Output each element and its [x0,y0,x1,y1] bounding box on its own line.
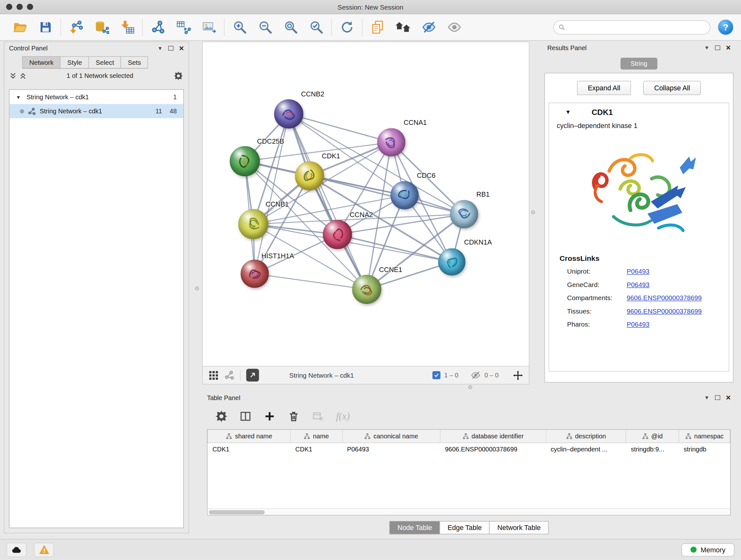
panel-close-icon[interactable]: × [726,44,731,52]
panel-close-icon[interactable]: × [726,394,731,401]
splitter-handle-bottom[interactable] [468,385,472,389]
apply-layout-button[interactable] [335,17,358,38]
window-close-button[interactable] [6,4,12,10]
table-cell[interactable]: cyclin–dependent ... [546,442,626,455]
zoom-in-button[interactable] [228,17,251,38]
column-header--id[interactable]: @id [626,430,679,442]
table-cell[interactable]: stringdb:9... [626,442,679,455]
save-session-button[interactable] [34,17,57,38]
panel-float-icon[interactable] [168,46,173,51]
splitter-handle-right[interactable] [531,210,535,214]
help-button[interactable]: ? [718,19,733,35]
column-header-description[interactable]: description [546,430,626,442]
open-view-in-window-button[interactable] [246,369,259,381]
window-minimize-button[interactable] [17,4,23,10]
hide-selected-button[interactable] [417,17,440,38]
gene-card-header[interactable]: ▼ CDK1 [549,103,729,121]
network-edge-cdk1-rb1[interactable] [310,176,464,214]
column-header-database-identifier[interactable]: database identifier [441,430,546,442]
tab-node-table[interactable]: Node Table [389,521,440,534]
birdseye-view-icon[interactable] [224,370,234,380]
horizontal-scrollbar[interactable] [207,508,730,515]
hidden-eye-slash-icon[interactable] [471,370,481,380]
warnings-button[interactable] [34,543,54,557]
column-header-namespac[interactable]: namespac [679,430,730,442]
search-box[interactable] [553,20,711,34]
zoom-out-button[interactable] [254,17,276,38]
zoom-selected-button[interactable] [305,17,327,38]
network-node-ccnb1[interactable] [238,209,268,240]
collapse-all-icon[interactable] [10,72,16,79]
add-column-icon[interactable] [264,410,275,422]
network-node-hist1h1a[interactable] [241,260,269,288]
collapse-all-button[interactable]: Collapse All [643,81,701,95]
import-table-from-file-button[interactable] [116,17,138,38]
window-zoom-button[interactable] [27,4,33,10]
table-cell[interactable]: stringdb [679,442,730,455]
column-header-shared-name[interactable]: shared name [208,430,291,442]
network-node-cdkn1a[interactable] [438,248,466,275]
cloud-status-button[interactable] [7,543,26,557]
table-cell[interactable]: P06493 [342,442,441,455]
panel-menu-icon[interactable]: ▼ [704,45,710,51]
crosslink-value-link[interactable]: P06493 [627,320,650,328]
crosslink-value-link[interactable]: 9606.ENSP00000378699 [627,294,702,302]
tab-string[interactable]: String [620,58,657,70]
tab-style[interactable]: Style [60,56,89,69]
scrollbar-thumb[interactable] [209,510,265,514]
table-cell[interactable]: CDK1 [208,442,291,455]
crosslink-value-link[interactable]: P06493 [627,281,650,289]
network-node-ccnb2[interactable] [274,99,304,129]
tree-expand-icon[interactable]: ▼ [16,94,23,99]
panel-float-icon[interactable] [715,45,720,50]
tab-network[interactable]: Network [22,56,61,69]
network-node-ccne1[interactable] [352,274,381,304]
collapse-gene-icon[interactable]: ▼ [565,109,571,116]
network-edge-ccnb2-ccne1[interactable] [289,114,367,289]
tab-sets[interactable]: Sets [121,56,148,69]
table-row[interactable]: CDK1CDK1P064939606.ENSP00000378699cyclin… [208,442,730,455]
panel-menu-icon[interactable]: ▼ [157,45,162,51]
expand-all-icon[interactable] [20,72,26,79]
network-collection-row[interactable]: ▼ String Network – cdk1 1 [10,90,184,104]
pan-crosshair-icon[interactable] [513,370,523,381]
table-settings-gear-icon[interactable] [215,410,227,422]
expand-all-button[interactable]: Expand All [577,81,631,95]
memory-button[interactable]: Memory [681,543,734,556]
import-network-from-database-button[interactable] [90,17,113,38]
crosslink-value-link[interactable]: P06493 [627,267,650,275]
selected-nodes-checkbox-icon[interactable] [432,371,441,379]
open-session-button[interactable] [9,17,31,38]
tab-select[interactable]: Select [89,56,121,69]
panel-close-icon[interactable]: × [179,44,184,52]
tab-edge-table[interactable]: Edge Table [440,521,489,534]
network-node-rb1[interactable] [450,200,478,228]
splitter-handle-left[interactable] [195,287,199,290]
export-image-button[interactable] [198,17,220,38]
network-node-cdk1[interactable] [295,161,324,191]
new-network-button[interactable] [146,17,169,38]
network-node-ccna2[interactable] [323,220,352,249]
network-edge-ccnb2-ccna1[interactable] [289,114,391,142]
open-documents-button[interactable] [366,17,389,38]
table-cell[interactable]: 9606.ENSP00000378699 [441,442,546,455]
show-columns-icon[interactable] [240,410,252,422]
search-input[interactable] [568,23,705,30]
panel-menu-icon[interactable]: ▼ [704,395,710,401]
table-cell[interactable]: CDK1 [291,442,342,455]
home-button[interactable] [392,17,414,38]
crosslink-value-link[interactable]: 9606.ENSP00000378699 [627,307,702,315]
column-header-canonical-name[interactable]: canonical name [342,430,441,442]
zoom-fit-button[interactable] [279,17,302,38]
column-header-name[interactable]: name [291,430,342,442]
delete-column-trash-icon[interactable] [288,410,300,422]
show-all-button[interactable] [443,17,466,38]
network-node-ccna1[interactable] [377,128,406,157]
network-node-cdc6[interactable] [390,181,419,209]
tab-network-table[interactable]: Network Table [489,521,549,534]
import-network-from-file-button[interactable] [65,17,87,38]
network-node-cdc25b[interactable] [230,146,260,177]
network-edge-hist1h1a-ccne1[interactable] [255,273,367,289]
new-network-from-table-button[interactable] [172,17,195,38]
gear-icon[interactable] [174,71,183,80]
